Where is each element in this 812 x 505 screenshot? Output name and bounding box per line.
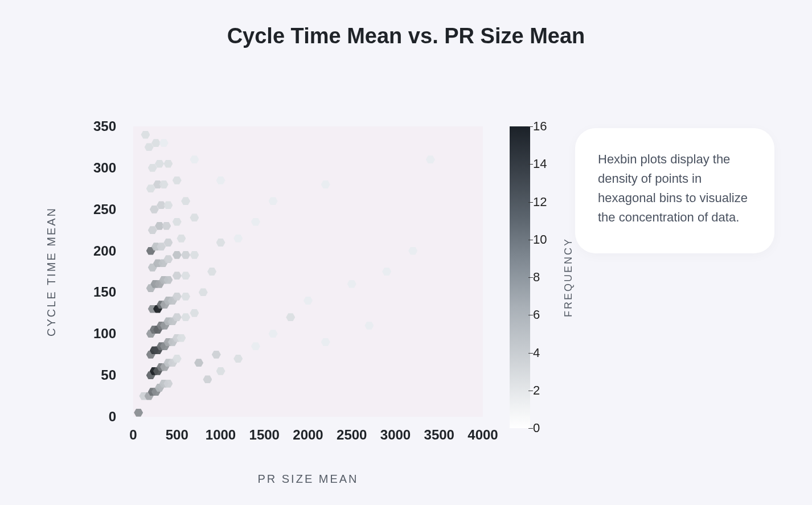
hex-bin [181,197,190,205]
colorbar-tick: 0 [533,421,540,436]
hex-bin [151,139,161,147]
chart-container: 050100150200250300350 050010001500200025… [34,114,552,484]
colorbar-label: FREQUENCY [563,237,575,317]
hex-bin [134,409,143,417]
hex-bin [216,239,225,247]
colorbar [510,126,530,428]
y-tick: 100 [93,326,116,342]
x-axis-ticks: 05001000150020002500300035004000 [133,421,498,450]
colorbar-tick: 16 [533,119,547,134]
hex-bin [190,214,199,221]
y-tick: 50 [101,367,116,383]
x-tick: 500 [166,427,188,443]
x-axis-label: PR SIZE MEAN [257,473,358,486]
y-axis-label: CYCLE TIME MEAN [45,207,58,336]
hex-bin [141,131,150,139]
x-tick: 2000 [293,427,323,443]
y-tick: 150 [93,284,116,300]
hex-bin [162,222,171,230]
hex-bin [150,206,159,214]
colorbar-tick: 4 [533,346,540,360]
hex-bin [148,226,157,234]
hex-bin [321,338,330,346]
hex-bin [163,201,173,209]
hex-bin [269,330,278,338]
hex-bin [173,218,182,226]
hex-bin [251,342,260,350]
hex-bin [181,313,190,321]
hex-bin [190,251,199,259]
hex-bin [207,268,216,276]
x-tick: 1000 [206,427,236,443]
hex-bin [177,235,186,243]
hex-bin [321,180,330,188]
info-card: Hexbin plots display the density of poin… [575,128,774,253]
x-tick: 3000 [380,427,411,443]
hex-bin [203,375,212,383]
hex-bin [155,160,164,168]
colorbar-tick: 8 [533,270,540,285]
x-tick: 1500 [249,427,280,443]
colorbar-ticks: 0246810121416 [530,126,564,428]
hex-bin [233,355,243,363]
hex-bin [148,164,157,172]
hex-bin [181,293,190,301]
hex-bin [181,251,190,259]
hex-bin [181,272,190,280]
hex-bin [216,176,225,184]
hex-bin [426,155,435,163]
colorbar-tick: 6 [533,307,540,322]
y-tick: 0 [109,409,116,425]
hex-bin [194,359,203,367]
x-tick: 0 [129,427,137,443]
hex-bin [163,160,173,168]
x-tick: 3500 [424,427,454,443]
hex-bin [286,313,295,321]
hex-bin [216,367,225,375]
hex-bin [304,297,313,305]
hex-bin [364,322,374,330]
x-tick: 2500 [337,427,367,443]
y-tick: 300 [93,160,116,176]
hex-bin [173,251,182,259]
hex-bin [146,184,155,192]
y-tick: 350 [93,118,116,134]
hex-bin [269,197,278,205]
plot-area [133,126,483,417]
hex-bin [382,268,391,276]
colorbar-tick: 2 [533,383,540,398]
y-tick: 200 [93,243,116,259]
chart-title: Cycle Time Mean vs. PR Size Mean [0,0,812,48]
hex-bin [145,143,154,151]
hex-bin [190,155,199,163]
hex-bin [251,218,260,226]
x-tick: 4000 [467,427,498,443]
hex-bin [233,235,243,243]
hex-bin [347,280,356,288]
info-text: Hexbin plots display the density of poin… [598,152,748,224]
hex-bin [212,351,221,359]
hex-bin [159,139,169,147]
hex-bin [173,176,182,184]
colorbar-tick: 14 [533,157,547,171]
hex-bin [163,239,173,247]
colorbar-gradient [510,126,530,428]
hex-bin [408,247,417,255]
colorbar-tick: 12 [533,195,547,210]
hex-bin [173,272,182,280]
y-tick: 250 [93,202,116,217]
colorbar-tick: 10 [533,232,547,247]
hex-bin [190,309,199,317]
hex-bin [199,288,208,296]
